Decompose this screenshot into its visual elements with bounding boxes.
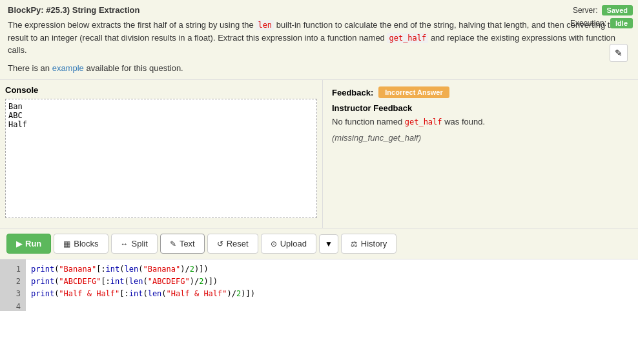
server-label: Server: bbox=[573, 6, 598, 15]
instructor-feedback-title: Instructor Feedback bbox=[332, 103, 629, 113]
len-kw-2: len bbox=[129, 277, 143, 286]
len-code: len bbox=[256, 20, 274, 30]
num-2-1: 2 bbox=[190, 265, 194, 274]
str-banana: "Banana" bbox=[59, 265, 96, 274]
print-kw-3: print bbox=[31, 289, 54, 298]
code-line-4 bbox=[31, 301, 633, 311]
line-num-4: 4 bbox=[5, 301, 21, 311]
main-area: Console Ban ABC Half Feedback: Incorrect… bbox=[0, 80, 638, 228]
feedback-detail: (missing_func_get_half) bbox=[332, 133, 629, 143]
run-button[interactable]: ▶ Run bbox=[6, 234, 51, 254]
toolbar: ▶ Run ▦ Blocks ↔ Split ✎ Text ↺ Reset ⊙ … bbox=[0, 228, 638, 259]
feedback-func-name: get_half bbox=[405, 117, 442, 126]
example-prefix: There is an bbox=[8, 63, 52, 73]
upload-label: Upload bbox=[280, 239, 307, 248]
history-icon: ⚖ bbox=[351, 239, 358, 248]
code-line-2: print("ABCDEFG"[:int(len("ABCDEFG")/2)]) bbox=[31, 276, 633, 288]
len-kw-1: len bbox=[125, 265, 139, 274]
str-abcdefg-2: "ABCDEFG" bbox=[148, 277, 190, 286]
int-kw-1: int bbox=[106, 265, 120, 274]
history-button[interactable]: ⚖ History bbox=[341, 234, 396, 254]
server-status-row: Server: Saved bbox=[570, 5, 633, 15]
text-label: Text bbox=[180, 239, 195, 248]
code-content[interactable]: print("Banana"[:int(len("Banana")/2)]) p… bbox=[26, 259, 638, 311]
feedback-label: Feedback: bbox=[332, 88, 373, 97]
console-output[interactable]: Ban ABC Half bbox=[5, 99, 317, 218]
feedback-header: Feedback: Incorrect Answer bbox=[332, 86, 629, 98]
execution-label: Execution: bbox=[570, 19, 606, 28]
dropdown-icon: ▼ bbox=[325, 239, 333, 248]
console-title: Console bbox=[5, 85, 317, 95]
status-area: Server: Saved Execution: Idle ✎ bbox=[570, 5, 633, 31]
code-line-3: print("Half & Half"[:int(len("Half & Hal… bbox=[31, 288, 633, 300]
int-kw-2: int bbox=[110, 277, 125, 286]
line-num-1: 1 bbox=[5, 263, 21, 276]
execution-status-badge: Idle bbox=[610, 18, 633, 28]
str-abcdefg: "ABCDEFG" bbox=[59, 277, 101, 286]
run-label: Run bbox=[25, 239, 41, 248]
line-numbers: 1 2 3 4 bbox=[0, 259, 26, 311]
get-half-code: get_half bbox=[387, 33, 428, 43]
example-suffix: available for this question. bbox=[86, 63, 183, 73]
feedback-msg-before: No function named bbox=[332, 117, 405, 126]
pencil-icon: ✎ bbox=[615, 48, 623, 58]
code-line-1: print("Banana"[:int(len("Banana")/2)]) bbox=[31, 263, 633, 276]
text-button[interactable]: ✎ Text bbox=[160, 234, 205, 254]
console-panel: Console Ban ABC Half bbox=[0, 80, 323, 228]
run-icon: ▶ bbox=[16, 239, 22, 248]
code-area: 1 2 3 4 print("Banana"[:int(len("Banana"… bbox=[0, 259, 638, 311]
len-kw-3: len bbox=[148, 289, 162, 298]
upload-icon: ⊙ bbox=[271, 239, 277, 248]
reset-button[interactable]: ↺ Reset bbox=[207, 234, 258, 254]
example-link[interactable]: example bbox=[52, 63, 84, 73]
desc-text-1: The expression below extracts the first … bbox=[8, 20, 256, 30]
feedback-panel: Feedback: Incorrect Answer Instructor Fe… bbox=[323, 80, 638, 228]
split-label: Split bbox=[132, 239, 148, 248]
int-kw-3: int bbox=[129, 289, 143, 298]
pencil-button[interactable]: ✎ bbox=[610, 44, 628, 62]
feedback-message: No function named get_half was found. bbox=[332, 117, 629, 126]
history-label: History bbox=[361, 239, 387, 248]
str-half: "Half & Half" bbox=[59, 289, 119, 298]
example-paragraph: There is an example available for this q… bbox=[8, 62, 630, 75]
blocks-button[interactable]: ▦ Blocks bbox=[54, 234, 108, 254]
feedback-status-badge: Incorrect Answer bbox=[378, 86, 449, 98]
server-status-badge: Saved bbox=[602, 5, 633, 15]
print-kw-2: print bbox=[31, 277, 54, 286]
page-title: BlockPy: #25.3) String Extraction bbox=[8, 5, 630, 15]
reset-label: Reset bbox=[227, 239, 249, 248]
line-num-2: 2 bbox=[5, 276, 21, 288]
upload-button[interactable]: ⊙ Upload bbox=[261, 234, 316, 254]
split-button[interactable]: ↔ Split bbox=[111, 234, 158, 254]
feedback-msg-after: was found. bbox=[444, 117, 485, 126]
dropdown-button[interactable]: ▼ bbox=[319, 234, 338, 254]
description: The expression below extracts the first … bbox=[8, 19, 630, 57]
execution-status-row: Execution: Idle bbox=[570, 18, 633, 28]
str-banana-2: "Banana" bbox=[143, 265, 180, 274]
blocks-icon: ▦ bbox=[63, 239, 70, 248]
reset-icon: ↺ bbox=[217, 239, 223, 248]
split-icon: ↔ bbox=[121, 239, 129, 248]
print-kw-1: print bbox=[31, 265, 54, 274]
blocks-label: Blocks bbox=[74, 239, 98, 248]
line-num-3: 3 bbox=[5, 288, 21, 300]
text-icon: ✎ bbox=[170, 239, 176, 248]
str-half-2: "Half & Half" bbox=[167, 289, 227, 298]
info-bar: BlockPy: #25.3) String Extraction The ex… bbox=[0, 0, 638, 80]
